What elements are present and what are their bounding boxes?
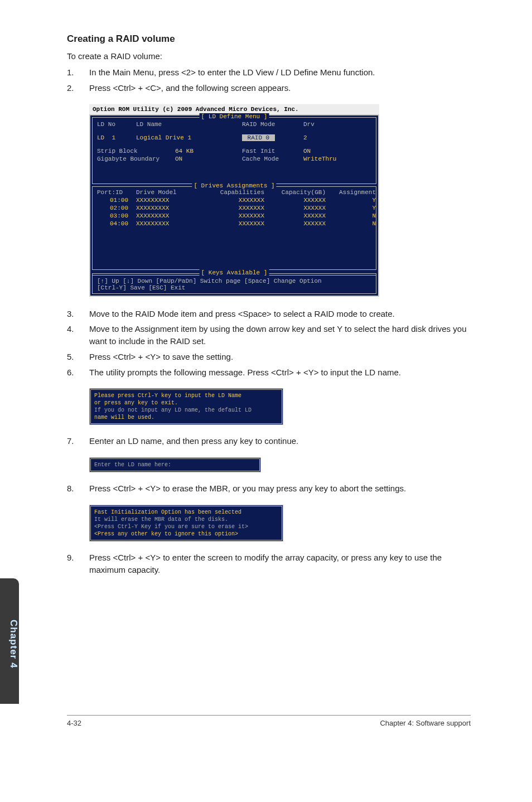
value: ON <box>303 148 311 154</box>
page-footer: 4-32 Chapter 4: Software support <box>67 715 471 727</box>
drives-panel: [ Drives Assignments ] Port:ID Drive Mod… <box>92 186 376 270</box>
label: Strip Block <box>97 148 175 154</box>
step: 4.Move to the Assignment item by using t… <box>67 323 471 347</box>
panel-label: [ Keys Available ] <box>200 269 269 276</box>
cell: XXXXXX <box>270 212 331 219</box>
cell: N <box>331 220 381 227</box>
cell: 01:00 <box>97 197 136 204</box>
page: Creating a RAID volume To create a RAID … <box>0 0 532 742</box>
step-text: Eenter an LD name, and then press any ke… <box>89 435 471 447</box>
value: 64 KB <box>175 148 242 154</box>
label: LD Name <box>136 121 242 128</box>
ld-define-panel: [ LD Define Menu ] LD No LD Name RAID Mo… <box>92 117 376 184</box>
step-text: Move to the Assignment item by using the… <box>89 323 471 347</box>
label: RAID Mode <box>242 121 303 128</box>
cell: XXXXXXXXX <box>136 205 203 211</box>
steps-block-4: 8.Press <Ctrl> + <Y> to erase the MBR, o… <box>67 482 471 495</box>
col-header: Port:ID <box>97 189 136 196</box>
prompt-box-3: Fast Initialization Option has been sele… <box>89 505 283 542</box>
step-number: 6. <box>67 366 89 379</box>
panel-label: [ LD Define Menu ] <box>200 113 269 120</box>
step-number: 8. <box>67 482 89 495</box>
step-text: The utility prompts the following messag… <box>89 366 471 379</box>
value: 2 <box>303 134 354 141</box>
footer-line: [↑] Up [↓] Down [PaUp/PaDn] Switch page … <box>97 278 371 284</box>
step: 7.Eenter an LD name, and then press any … <box>67 435 471 447</box>
label: LD No <box>97 121 136 128</box>
cell: XXXXXXX <box>203 212 270 219</box>
step-number: 3. <box>67 308 89 320</box>
step-number: 4. <box>67 323 89 347</box>
label: Fast Init <box>242 148 303 154</box>
cell: 03:00 <box>97 212 136 219</box>
step-text: Press <Ctrl> + <Y> to erase the MBR, or … <box>89 482 471 495</box>
steps-block-1: 1.In the Main Menu, press <2> to enter t… <box>67 66 471 94</box>
label: Drv <box>303 121 354 128</box>
section-heading: Creating a RAID volume <box>67 33 471 45</box>
intro-text: To create a RAID volume: <box>67 51 471 61</box>
step: 6.The utility prompts the following mess… <box>67 366 471 379</box>
cell: XXXXXX <box>270 205 331 211</box>
step-text: Move to the RAID Mode item and press <Sp… <box>89 308 471 320</box>
prompt-line: If you do not input any LD name, the def… <box>94 407 278 414</box>
col-header: Capabilities <box>203 189 270 196</box>
prompt-line: <Press Ctrl-Y Key if you are sure to era… <box>94 523 278 530</box>
value: Logical Drive 1 <box>136 134 242 141</box>
step: 2.Press <Ctrl> + <C>, and the following … <box>67 82 471 94</box>
cell: Y <box>331 205 381 211</box>
cell: XXXXXX <box>270 197 331 204</box>
footer-line: [Ctrl-Y] Save [ESC] Exit <box>97 284 371 291</box>
step: 9.Press <Ctrl> + <Y> to enter the screen… <box>67 552 471 576</box>
value: WriteThru <box>303 156 336 162</box>
panel-label: [ Drives Assignments ] <box>192 182 276 189</box>
chapter-tab: Chapter 4 <box>0 578 19 704</box>
value: ON <box>175 156 242 162</box>
raid-mode-value: RAID 0 <box>242 134 275 141</box>
cell: 04:00 <box>97 220 136 227</box>
col-header: Drive Model <box>136 189 203 196</box>
keys-divider: [ Keys Available ] <box>92 273 376 275</box>
cell: XXXXXXXXX <box>136 212 203 219</box>
step-number: 9. <box>67 552 89 576</box>
step-text: In the Main Menu, press <2> to enter the… <box>89 66 471 79</box>
prompt-box-2: Enter the LD name here: <box>89 457 261 472</box>
cell: 02:00 <box>97 205 136 211</box>
col-header: Capacity(GB) <box>270 189 331 196</box>
step-number: 2. <box>67 82 89 94</box>
prompt-line: It will erase the MBR data of the disks. <box>94 516 278 523</box>
cell: XXXXXXX <box>203 205 270 211</box>
cell: Y <box>331 197 381 204</box>
prompt-line: <Press any other key to ignore this opti… <box>94 530 278 538</box>
label: Cache Mode <box>242 156 303 162</box>
value: LD 1 <box>97 134 136 141</box>
cell: XXXXXXXXX <box>136 220 203 227</box>
label: Gigabyte Boundary <box>97 156 175 162</box>
cell: XXXXXXXXX <box>136 197 203 204</box>
cell: XXXXXX <box>270 220 331 227</box>
cell: XXXXXXX <box>203 197 270 204</box>
prompt-line: Please press Ctrl-Y key to input the LD … <box>94 392 278 399</box>
step-number: 7. <box>67 435 89 447</box>
step: 8.Press <Ctrl> + <Y> to erase the MBR, o… <box>67 482 471 495</box>
cell: N <box>331 212 381 219</box>
steps-block-5: 9.Press <Ctrl> + <Y> to enter the screen… <box>67 552 471 576</box>
prompt-line: name will be used. <box>94 414 278 421</box>
bios-screenshot: Option ROM Utility (c) 2009 Advanced Mic… <box>89 104 379 297</box>
footer-chapter: Chapter 4: Software support <box>380 719 471 727</box>
step-text: Press <Ctrl> + <Y> to save the setting. <box>89 351 471 363</box>
keys-footer: [↑] Up [↓] Down [PaUp/PaDn] Switch page … <box>92 275 376 294</box>
prompt-line: Fast Initialization Option has been sele… <box>94 509 278 516</box>
prompt-line: or press any key to exit. <box>94 399 278 407</box>
step-number: 1. <box>67 66 89 79</box>
cell: XXXXXXX <box>203 220 270 227</box>
step-text: Press <Ctrl> + <C>, and the following sc… <box>89 82 471 94</box>
page-number: 4-32 <box>67 719 81 727</box>
prompt-line: Enter the LD name here: <box>94 461 256 468</box>
steps-block-2: 3.Move to the RAID Mode item and press <… <box>67 308 471 379</box>
prompt-box-1: Please press Ctrl-Y key to input the LD … <box>89 388 283 425</box>
step: 5.Press <Ctrl> + <Y> to save the setting… <box>67 351 471 363</box>
steps-block-3: 7.Eenter an LD name, and then press any … <box>67 435 471 447</box>
step: 3.Move to the RAID Mode item and press <… <box>67 308 471 320</box>
step: 1.In the Main Menu, press <2> to enter t… <box>67 66 471 79</box>
drives-table: Port:ID Drive Model Capabilities Capacit… <box>97 189 371 227</box>
